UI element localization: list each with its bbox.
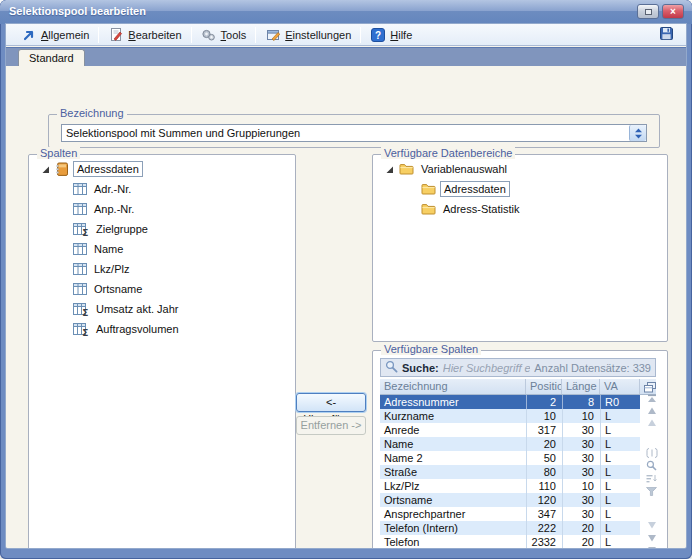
tree-item-label: Name xyxy=(91,242,126,256)
tree-item-label: Adressdaten xyxy=(440,181,510,197)
tree-item[interactable]: Adress-Statistik xyxy=(377,199,663,219)
table-cell: 20 xyxy=(562,521,600,535)
tab-page-standard: Bezeichnung Selektionspool mit Summen un… xyxy=(6,66,686,548)
tab-standard[interactable]: Standard xyxy=(18,49,85,66)
save-button[interactable] xyxy=(654,24,678,45)
table-cell: 10 xyxy=(562,479,600,493)
tree-item[interactable]: Adressdaten xyxy=(377,179,663,199)
table-cell: 20 xyxy=(562,535,600,548)
search-placeholder: Hier Suchbegriff eingebe xyxy=(443,362,531,374)
tree-item[interactable]: ΣAuftragsvolumen xyxy=(33,319,291,339)
tree-item[interactable]: Anp.-Nr. xyxy=(33,199,291,219)
tree-item[interactable]: Name xyxy=(33,239,291,259)
move-bottom-icon[interactable] xyxy=(645,545,658,548)
table-row[interactable]: Ansprechpartner34730L xyxy=(380,507,640,521)
toolbar: Allgemein Bearbeiten Tools xyxy=(6,24,686,46)
table-cell: Straße xyxy=(380,465,526,479)
table-cell: Anrede xyxy=(380,423,526,437)
sort-icon[interactable] xyxy=(645,473,658,484)
move-up-icon[interactable] xyxy=(645,405,658,416)
scroll-up-icon[interactable] xyxy=(645,417,658,428)
table-row[interactable]: Straße8030L xyxy=(380,465,640,479)
tree-node-label: Variablenauswahl xyxy=(418,162,510,176)
tree-item[interactable]: Lkz/Plz xyxy=(33,259,291,279)
help-icon: ? xyxy=(370,27,386,43)
tree-item-label: Lkz/Plz xyxy=(91,262,132,276)
move-top-icon[interactable] xyxy=(645,393,658,404)
table-cell: 30 xyxy=(562,493,600,507)
spalten-tree: Adressdaten Adr.-Nr.Anp.-Nr.ΣZielgruppeN… xyxy=(33,159,291,548)
table-row[interactable]: Telefon233220L xyxy=(380,535,640,548)
table-cell: L xyxy=(600,535,640,548)
table-row[interactable]: Anrede31730L xyxy=(380,423,640,437)
datenbereiche-tree-items: AdressdatenAdress-Statistik xyxy=(377,179,663,219)
toolbar-item-tools[interactable]: Tools xyxy=(194,25,254,45)
table-cell: 317 xyxy=(526,423,562,437)
expander-open-icon[interactable] xyxy=(41,165,51,174)
header-position[interactable]: Position xyxy=(526,379,562,394)
table-cell: 110 xyxy=(526,479,562,493)
header-va[interactable]: VA xyxy=(600,379,640,394)
tab-strip: Standard xyxy=(6,47,686,66)
updown-arrows-icon xyxy=(634,128,643,139)
table-column-icon xyxy=(73,263,87,275)
tree-item[interactable]: Adr.-Nr. xyxy=(33,179,291,199)
title-bar[interactable]: Selektionspool bearbeiten × xyxy=(0,0,692,24)
table-cell: 222 xyxy=(526,521,562,535)
combobox-dropdown-button[interactable] xyxy=(629,125,646,141)
toolbar-item-hilfe[interactable]: ? Hilfe xyxy=(363,25,419,45)
toolbar-separator xyxy=(360,27,361,43)
table-cell: 120 xyxy=(526,493,562,507)
table-sum-icon: Σ xyxy=(73,323,89,336)
maximize-button[interactable] xyxy=(637,4,659,19)
expander-open-icon[interactable] xyxy=(385,165,395,174)
table-row[interactable]: Ortsname12030L xyxy=(380,493,640,507)
table-column-icon xyxy=(73,203,87,215)
tree-item[interactable]: ΣUmsatz akt. Jahr xyxy=(33,299,291,319)
close-button[interactable]: × xyxy=(662,4,684,19)
table-cell: L xyxy=(600,423,640,437)
client-area: Allgemein Bearbeiten Tools xyxy=(6,24,686,548)
table-cell: 30 xyxy=(562,451,600,465)
table-row[interactable]: Kurzname1010L xyxy=(380,409,640,423)
close-icon: × xyxy=(670,6,676,17)
tree-node-variablenauswahl[interactable]: Variablenauswahl xyxy=(377,159,663,179)
toolbar-item-einstellungen[interactable]: Einstellungen xyxy=(258,25,358,45)
table-cell: Telefon xyxy=(380,535,526,548)
move-down-icon[interactable] xyxy=(645,532,658,543)
remove-button[interactable]: Entfernen -> xyxy=(296,416,366,435)
table-row[interactable]: Name 25030L xyxy=(380,451,640,465)
table-cell: L xyxy=(600,409,640,423)
search-input[interactable]: Suche: Hier Suchbegriff eingebe Anzahl D… xyxy=(380,358,656,377)
table-cell: L xyxy=(600,451,640,465)
table-row[interactable]: Lkz/Plz11010L xyxy=(380,479,640,493)
column-chooser-icon[interactable] xyxy=(640,379,656,394)
table-column-icon xyxy=(73,183,87,195)
table-sum-icon: Σ xyxy=(73,303,89,316)
band-selection-icon[interactable] xyxy=(645,447,658,458)
tree-item-label: Adr.-Nr. xyxy=(91,182,134,196)
group-verfuegbare-spalten: Verfügbare Spalten Suche: Hier Suchbegri… xyxy=(372,350,668,548)
folder-icon xyxy=(421,183,436,195)
edit-document-icon xyxy=(108,27,124,43)
record-count: Anzahl Datensätze: 339 xyxy=(534,362,651,374)
tree-item[interactable]: ΣZielgruppe xyxy=(33,219,291,239)
bezeichnung-combobox[interactable]: Selektionspool mit Summen und Gruppierun… xyxy=(61,124,647,142)
maximize-icon xyxy=(645,9,652,15)
incremental-search-icon[interactable] xyxy=(645,460,658,471)
scroll-down-icon[interactable] xyxy=(645,519,658,530)
table-row[interactable]: Telefon (Intern)22220L xyxy=(380,521,640,535)
tree-item[interactable]: Ortsname xyxy=(33,279,291,299)
table-row[interactable]: Name2030L xyxy=(380,437,640,451)
tree-node-adressdaten[interactable]: Adressdaten xyxy=(33,159,291,179)
header-bezeichnung[interactable]: Bezeichnung xyxy=(380,379,526,394)
group-spalten: Spalten Adressdaten Adr.-Nr.Anp.-Nr.ΣZie… xyxy=(28,154,296,548)
table-row[interactable]: Adressnummer28R0 xyxy=(380,395,640,409)
toolbar-item-allgemein[interactable]: Allgemein xyxy=(14,25,96,45)
add-button[interactable]: <- Hinzufügen xyxy=(296,393,366,412)
filter-icon[interactable] xyxy=(645,486,658,497)
table-cell: 2332 xyxy=(526,535,562,548)
columns-table: Adressnummer28R0Kurzname1010LAnrede31730… xyxy=(380,395,640,548)
toolbar-item-bearbeiten[interactable]: Bearbeiten xyxy=(101,25,188,45)
header-laenge[interactable]: Länge xyxy=(562,379,600,394)
